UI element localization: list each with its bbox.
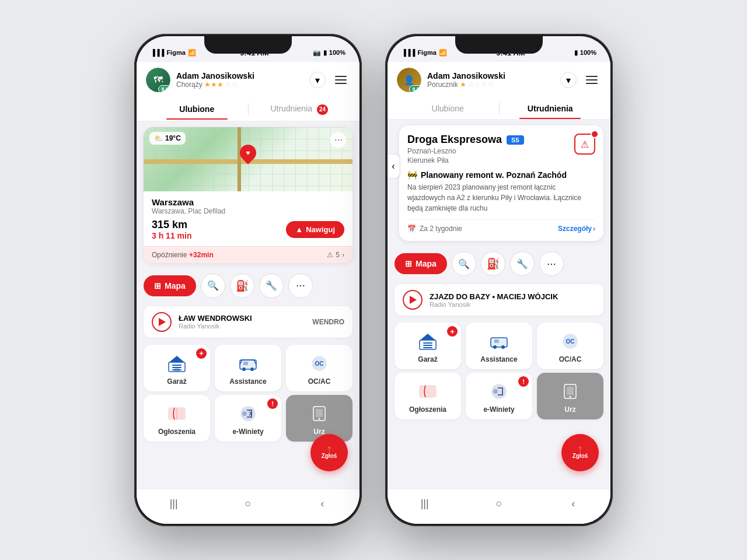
expand-button-2[interactable]: ▾: [560, 72, 577, 88]
nav-menu-icon-2[interactable]: |||: [413, 495, 437, 513]
search-button-2[interactable]: 🔍: [452, 251, 476, 276]
traffic-time: 📅 Za 2 tygodnie: [407, 225, 462, 233]
wrench-button-2[interactable]: 🔧: [510, 251, 535, 276]
new-indicator: [591, 130, 599, 138]
search-button[interactable]: 🔍: [201, 274, 225, 298]
user-info-2: Adam Janosikowski Porucznik ★ ☆☆☆☆: [427, 71, 554, 89]
rank-label: Chorąży: [176, 80, 203, 89]
tab-ulubione[interactable]: Ulubione: [146, 99, 248, 120]
distance-value: 315 km: [152, 219, 187, 230]
map-more-button[interactable]: ⋯: [330, 132, 347, 148]
vignette-alert-icon: !: [267, 398, 278, 409]
fuel-button-2[interactable]: ⛽: [481, 251, 505, 276]
svg-point-36: [570, 396, 571, 398]
menu-button[interactable]: [331, 71, 350, 89]
action-bar-2: ⊞ Mapa 🔍 ⛽ 🔧 ⋯: [388, 247, 610, 281]
radio-play-button-2[interactable]: [403, 290, 423, 310]
nav-back-icon-2[interactable]: ‹: [561, 495, 585, 513]
fuel-icon: ⛽: [236, 279, 249, 292]
svg-text:OC: OC: [315, 360, 324, 367]
rank-label-2: Porucznik: [427, 80, 458, 89]
more-button[interactable]: ⋯: [288, 274, 313, 298]
warning-icon: ⚠: [327, 251, 333, 259]
phone-1: ▐▐▐ Figma 📶 9:41 AM 📷 ▮ 100% 🗺 8,5 Adam …: [134, 34, 362, 526]
radio-play-button[interactable]: [152, 312, 172, 332]
report-fab-2[interactable]: 📍 Zgłoś: [561, 434, 599, 471]
chevron-right-icon-2: ›: [593, 225, 595, 233]
fuel-button[interactable]: ⛽: [230, 274, 254, 298]
grid-item-ocac-2[interactable]: OC OC/AC: [537, 323, 603, 369]
vignette-icon: [238, 403, 259, 424]
ads-label: Ogłoszenia: [158, 428, 196, 436]
grid-item-vignette-2[interactable]: ! e-Winiety: [466, 373, 532, 419]
nav-back-icon[interactable]: ‹: [310, 495, 334, 513]
nav-menu-icon[interactable]: |||: [162, 495, 186, 513]
carrier-label-2: Figma: [417, 49, 436, 56]
left-nav-arrow[interactable]: ‹: [388, 155, 399, 178]
ads-icon-2: [417, 381, 438, 402]
report-fab[interactable]: 📍 Zgłoś: [310, 434, 348, 471]
grid-item-device-2[interactable]: Urz: [537, 373, 603, 419]
traffic-card: Droga Ekspresowa S5 Poznań-Leszno Kierun…: [399, 125, 603, 241]
traffic-event-title: 🚧 Planowany remont w. Poznań Zachód: [407, 170, 595, 180]
fab-label-2: Zgłoś: [573, 453, 588, 459]
grid-item-vignette[interactable]: ! e-Winiety: [215, 395, 281, 442]
traffic-detail-button[interactable]: Szczegóły ›: [558, 225, 595, 233]
svg-rect-35: [567, 387, 574, 395]
radio-title-2: ZJAZD DO BAZY • MACIEJ WÓJCIK: [430, 292, 558, 301]
traffic-header: Droga Ekspresowa S5 Poznań-Leszno Kierun…: [407, 134, 595, 164]
grid-item-ocac[interactable]: OC OC/AC: [286, 345, 352, 391]
svg-rect-23: [423, 347, 432, 348]
map-button-2[interactable]: ⊞ Mapa: [395, 253, 447, 274]
device-icon-2: [560, 381, 581, 402]
notch-2: [455, 36, 543, 54]
grid-item-device[interactable]: Urz: [286, 395, 352, 442]
signal-icon: ▐▐▐: [151, 49, 164, 56]
stars-empty-2: ☆☆☆☆: [468, 80, 494, 89]
carrier-label: Figma: [166, 49, 185, 56]
user-info: Adam Janosikowski Chorąży ★★★ ☆☆: [176, 71, 303, 89]
more-button-2[interactable]: ⋯: [539, 251, 564, 276]
grid-item-garage[interactable]: + Garaż: [144, 345, 210, 391]
navigate-button[interactable]: ▲ Nawiguj: [286, 221, 344, 238]
wrench-button[interactable]: 🔧: [259, 274, 284, 298]
grid-item-assistance[interactable]: Assistance: [215, 345, 281, 391]
expand-button[interactable]: ▾: [309, 72, 326, 88]
pin-shape: ♥: [236, 141, 260, 164]
grid-item-garage-2[interactable]: + Garaż: [395, 323, 461, 369]
grid-row-1-p2: + Garaż: [388, 319, 610, 373]
assistance-label-2: Assistance: [480, 355, 517, 363]
svg-rect-28: [494, 340, 499, 343]
notch: [204, 36, 292, 54]
grid-item-ads-2[interactable]: Ogłoszenia: [395, 373, 461, 419]
phone-2: ▐▐▐ Figma 📶 9:41 AM ▮ 100% 👤 8,5 Adam Ja…: [385, 34, 613, 526]
delay-value: +32min: [189, 251, 214, 259]
traffic-route-info: Droga Ekspresowa S5 Poznań-Leszno Kierun…: [407, 134, 524, 164]
nav-home-icon-2[interactable]: ○: [487, 495, 511, 513]
tab-utrudnienia-2[interactable]: Utrudnienia: [500, 98, 602, 119]
avatar: 🗺 8,5: [146, 68, 170, 92]
wrench-icon-2: 🔧: [516, 258, 528, 270]
map-card: ⛅ 19°C ♥ ⋯ Warszawa Warszawa, Plac Defil…: [144, 127, 352, 263]
ocac-icon: OC: [309, 353, 330, 374]
tab-ulubione-2[interactable]: Ulubione: [397, 98, 499, 119]
chevron-down-icon: ▾: [315, 75, 320, 86]
alert-count[interactable]: ⚠ 5 ›: [327, 251, 344, 259]
phone-1-screen: ▐▐▐ Figma 📶 9:41 AM 📷 ▮ 100% 🗺 8,5 Adam …: [137, 36, 359, 524]
vignette-label: e-Winiety: [232, 428, 263, 436]
svg-point-33: [493, 389, 498, 394]
score-badge: 8,5: [158, 85, 170, 92]
map-icon: ⊞: [154, 281, 161, 290]
tab-utrudnienia[interactable]: Utrudnienia 24: [249, 98, 351, 121]
nav-home-icon[interactable]: ○: [236, 495, 260, 513]
menu-button-2[interactable]: [582, 71, 601, 89]
triangle-icon: ⚠: [581, 139, 589, 150]
grid-item-assistance-2[interactable]: Assistance: [466, 323, 532, 369]
play-icon: [159, 318, 166, 326]
wifi-icon: 📶: [188, 49, 196, 57]
radio-bar-2: ZJAZD DO BAZY • MACIEJ WÓJCIK Radio Yano…: [395, 284, 603, 316]
menu-line-2a: [586, 76, 598, 77]
grid-item-ads[interactable]: Ogłoszenia: [144, 395, 210, 442]
map-button[interactable]: ⊞ Mapa: [144, 275, 196, 296]
calendar-icon: 📅: [407, 225, 416, 233]
